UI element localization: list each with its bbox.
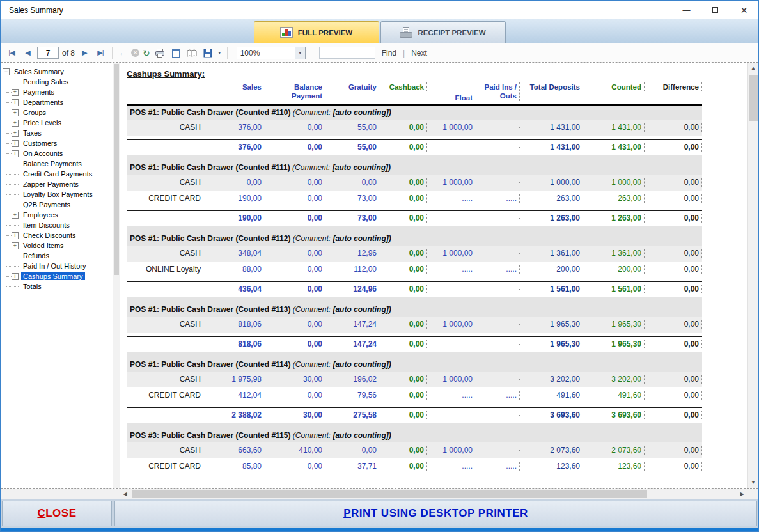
expand-icon[interactable]: + [12, 130, 19, 137]
column-header-cashback: Cashback [379, 82, 427, 91]
cell-float: ..... [427, 194, 475, 203]
total-gratuity: 73,00 [325, 214, 379, 223]
sidebar-item-totals[interactable]: Totals [1, 281, 113, 292]
stop-icon[interactable]: ✕ [131, 49, 139, 57]
sidebar-item-q2b-payments[interactable]: Q2B Payments [1, 199, 113, 210]
sidebar-item-credit-card-payments[interactable]: Credit Card Payments [1, 169, 113, 179]
close-button[interactable]: CLOSE [2, 501, 112, 526]
total-float [427, 415, 475, 416]
page-number-input[interactable] [37, 47, 59, 59]
cell-cashback: 0,00 [379, 178, 427, 187]
zoom-select[interactable]: 100% ▼ [237, 47, 306, 59]
page-setup-icon[interactable] [185, 47, 198, 59]
vertical-scrollbar[interactable]: ▲ ▼ [747, 63, 758, 488]
find-input[interactable] [319, 47, 375, 59]
sidebar-item-paid-in-out-history[interactable]: Paid In / Out History [1, 261, 113, 271]
tab-full-preview[interactable]: FULL PREVIEW [254, 21, 379, 43]
cell-balance: 0,00 [264, 178, 325, 187]
expand-icon[interactable]: + [12, 99, 19, 106]
tab-receipt-preview[interactable]: RECEIPT PREVIEW [380, 21, 506, 43]
find-next-button[interactable]: Next [408, 49, 430, 58]
cell-paid [475, 253, 520, 254]
zoom-dropdown-icon: ▼ [295, 47, 305, 59]
cell-counted: 1 000,00 [583, 178, 645, 187]
expand-icon[interactable]: + [12, 212, 19, 219]
sidebar-item-sales-summary[interactable]: −Sales Summary [1, 66, 113, 77]
payment-type: CREDIT CARD [127, 462, 203, 471]
scroll-down-icon[interactable]: ▼ [748, 477, 758, 488]
refresh-icon[interactable]: ↻ [143, 48, 150, 58]
scroll-left-icon[interactable]: ◀ [120, 489, 130, 499]
close-window-button[interactable]: ✕ [730, 1, 758, 19]
sidebar-item-taxes[interactable]: +Taxes [1, 128, 113, 138]
total-gratuity: 275,58 [325, 411, 379, 419]
sidebar-item-price-levels[interactable]: +Price Levels [1, 118, 113, 128]
export-dropdown-icon[interactable]: ▼ [217, 51, 222, 55]
cell-cashback: 0,00 [379, 462, 427, 471]
total-label [127, 344, 203, 345]
group-title: POS #1: Public Cash Drawer [130, 163, 235, 172]
vertical-scroll-track[interactable] [748, 74, 758, 477]
expand-icon[interactable]: + [12, 120, 19, 127]
cell-sales: 348,04 [203, 249, 264, 258]
print-layout-icon[interactable] [169, 47, 182, 59]
print-icon[interactable] [153, 47, 166, 59]
group-title: POS #1: Public Cash Drawer [130, 360, 235, 369]
expand-icon[interactable]: + [12, 140, 19, 147]
horizontal-scroll-thumb[interactable] [132, 490, 647, 498]
cashup-group: POS #3: Public Cash Drawer (Counted #115… [127, 423, 747, 474]
expand-icon[interactable]: + [12, 242, 19, 249]
sidebar-item-item-discounts[interactable]: Item Discounts [1, 220, 113, 230]
cell-paid [475, 127, 520, 128]
tree-scrollbar-thumb[interactable] [114, 64, 119, 275]
back-icon[interactable]: ← [118, 48, 128, 58]
last-page-icon[interactable]: ▶| [94, 49, 107, 57]
cell-paid: ..... [475, 462, 520, 471]
expand-icon[interactable]: + [12, 232, 19, 239]
sidebar-item-balance-payments[interactable]: Balance Payments [1, 159, 113, 169]
sidebar-item-label: Totals [21, 283, 43, 290]
vertical-scroll-thumb[interactable] [749, 75, 758, 121]
maximize-button[interactable] [701, 1, 730, 19]
cashup-group-header: POS #1: Public Cash Drawer (Counted #112… [127, 231, 702, 246]
expand-icon[interactable]: + [12, 109, 19, 116]
group-counted: (Counted #110) [235, 108, 292, 117]
sidebar-item-on-accounts[interactable]: +On Accounts [1, 148, 113, 159]
sidebar-item-refunds[interactable]: Refunds [1, 251, 113, 261]
sidebar-item-zapper-payments[interactable]: Zapper Payments [1, 179, 113, 189]
expand-icon[interactable]: + [12, 150, 19, 157]
cell-paid [475, 450, 520, 451]
cell-balance: 0,00 [264, 194, 325, 203]
cell-diff: 0,00 [645, 375, 702, 384]
sidebar-item-payments[interactable]: +Payments [1, 87, 113, 97]
tree-scrollbar[interactable] [113, 63, 120, 488]
sidebar-item-label: Item Discounts [21, 221, 72, 229]
expand-icon[interactable]: + [12, 89, 19, 96]
next-page-icon[interactable]: ▶ [78, 49, 91, 57]
expand-icon[interactable]: + [12, 273, 19, 280]
sidebar-item-groups[interactable]: +Groups [1, 107, 113, 118]
sidebar-item-employees[interactable]: +Employees [1, 210, 113, 220]
previous-page-icon[interactable]: ◀ [21, 49, 34, 57]
export-icon[interactable] [201, 47, 214, 59]
sidebar-item-pending-sales[interactable]: Pending Sales [1, 77, 113, 87]
sidebar-item-voided-items[interactable]: +Voided Items [1, 240, 113, 251]
cell-counted: 200,00 [583, 265, 645, 274]
minimize-button[interactable]: — [672, 1, 701, 19]
scroll-right-icon[interactable]: ▶ [737, 489, 747, 499]
collapse-icon[interactable]: − [3, 68, 10, 75]
find-button[interactable]: Find [379, 49, 400, 58]
scroll-up-icon[interactable]: ▲ [748, 63, 758, 74]
sidebar-item-cashups-summary[interactable]: +Cashups Summary [1, 271, 113, 281]
sidebar-item-check-discounts[interactable]: +Check Discounts [1, 230, 113, 240]
first-page-icon[interactable]: |◀ [5, 49, 18, 57]
cell-total: 491,60 [520, 391, 583, 400]
total-float [427, 344, 475, 345]
print-button[interactable]: PRINT USING DESKTOP PRINTER [114, 501, 757, 526]
group-counted: (Counted #114) [235, 360, 292, 369]
sidebar-item-customers[interactable]: +Customers [1, 138, 113, 148]
sidebar-item-departments[interactable]: +Departments [1, 97, 113, 107]
cell-sales: 376,00 [203, 123, 264, 132]
sidebar-item-loyalty-box-payments[interactable]: Loyalty Box Payments [1, 189, 113, 199]
horizontal-scroll-track[interactable] [130, 489, 737, 499]
